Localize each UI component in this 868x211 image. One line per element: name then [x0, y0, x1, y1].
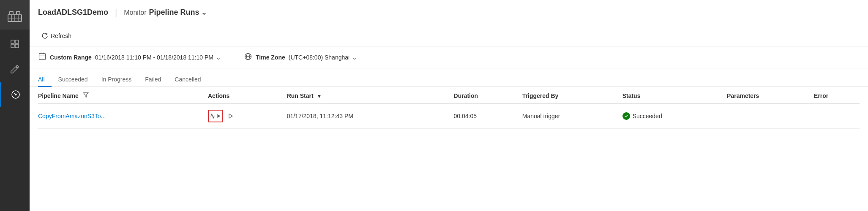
- date-filter: Custom Range 01/16/2018 11:10 PM - 01/18…: [38, 52, 221, 62]
- sidebar-logo: [0, 0, 30, 30]
- status-value: Succeeded: [633, 113, 662, 119]
- pipeline-runs-button[interactable]: Pipeline Runs ⌄: [149, 8, 207, 17]
- svg-rect-10: [15, 44, 19, 48]
- svg-rect-13: [39, 53, 46, 60]
- date-filter-value: 01/16/2018 11:10 PM - 01/18/2018 11:10 P…: [95, 54, 213, 61]
- col-status: Status: [622, 87, 727, 104]
- tab-cancelled[interactable]: Cancelled: [168, 73, 207, 87]
- col-triggered-by-label: Triggered By: [522, 92, 559, 99]
- pipeline-name-filter-icon[interactable]: [83, 93, 89, 99]
- filters-bar: Custom Range 01/16/2018 11:10 PM - 01/18…: [30, 46, 868, 68]
- svg-rect-9: [11, 44, 14, 48]
- toolbar: Refresh: [30, 25, 868, 46]
- svg-marker-20: [83, 93, 88, 97]
- triggered-by-value: Manual trigger: [522, 113, 560, 119]
- svg-marker-21: [218, 114, 221, 118]
- date-filter-label: Custom Range: [50, 54, 92, 61]
- col-run-start-label: Run Start: [287, 92, 314, 99]
- run-start-sort-icon: ▼: [317, 93, 322, 99]
- col-triggered-by: Triggered By: [522, 87, 622, 104]
- actions-cell: [208, 110, 282, 122]
- cell-parameters: [727, 104, 814, 129]
- run-start-value: 01/17/2018, 11:12:43 PM: [287, 113, 353, 119]
- svg-rect-1: [10, 11, 13, 15]
- date-filter-value-button[interactable]: 01/16/2018 11:10 PM - 01/18/2018 11:10 P…: [95, 54, 221, 61]
- status-check-icon: [622, 112, 630, 120]
- breadcrumb: Monitor Pipeline Runs ⌄: [124, 8, 206, 17]
- rerun-action-button[interactable]: [225, 110, 237, 122]
- col-status-label: Status: [622, 92, 641, 99]
- status-badge: Succeeded: [622, 112, 722, 120]
- refresh-button[interactable]: Refresh: [38, 31, 75, 41]
- table-header-row: Pipeline Name Actions Run Start ▼: [38, 87, 860, 104]
- pipeline-runs-table-container: Pipeline Name Actions Run Start ▼: [30, 87, 868, 211]
- timezone-filter: Time Zone (UTC+08:00) Shanghai ⌄: [244, 52, 357, 62]
- pipeline-runs-chevron-icon: ⌄: [201, 8, 207, 16]
- col-duration: Duration: [454, 87, 522, 104]
- header-separator: |: [115, 8, 117, 17]
- sidebar-item-edit[interactable]: [0, 57, 30, 82]
- cell-error: [814, 104, 860, 129]
- cell-status: Succeeded: [622, 104, 727, 129]
- globe-icon: [244, 52, 252, 62]
- col-pipeline-name: Pipeline Name: [38, 87, 208, 104]
- col-duration-label: Duration: [454, 92, 478, 99]
- cell-actions: [208, 104, 287, 129]
- cell-pipeline-name: CopyFromAmazonS3To...: [38, 104, 208, 129]
- svg-point-12: [15, 94, 16, 95]
- activity-icon: [210, 113, 216, 119]
- pipeline-runs-label: Pipeline Runs: [149, 8, 199, 17]
- pencil-icon: [10, 64, 20, 74]
- monitor-action-button[interactable]: [208, 110, 223, 122]
- timezone-label: Time Zone: [256, 54, 285, 61]
- gauge-icon: [11, 89, 21, 100]
- dashboard-icon: [10, 39, 20, 49]
- col-actions-label: Actions: [208, 92, 229, 99]
- cell-triggered-by: Manual trigger: [522, 104, 622, 129]
- col-error: Error: [814, 87, 860, 104]
- factory-icon: [7, 7, 22, 22]
- cell-duration: 00:04:05: [454, 104, 522, 129]
- tab-all[interactable]: All: [38, 73, 52, 87]
- svg-rect-2: [16, 11, 20, 15]
- sidebar: [0, 0, 30, 211]
- timezone-value: (UTC+08:00) Shanghai: [289, 54, 349, 61]
- play-icon: [228, 113, 234, 119]
- col-error-label: Error: [814, 92, 828, 99]
- checkmark-icon: [624, 114, 628, 118]
- col-run-start[interactable]: Run Start ▼: [287, 87, 454, 104]
- duration-value: 00:04:05: [454, 113, 477, 119]
- cell-run-start: 01/17/2018, 11:12:43 PM: [287, 104, 454, 129]
- calendar-icon: [38, 52, 46, 62]
- svg-rect-7: [11, 40, 14, 43]
- col-actions: Actions: [208, 87, 287, 104]
- sidebar-item-dashboard[interactable]: [0, 31, 30, 57]
- refresh-icon: [41, 32, 48, 39]
- table-row: CopyFromAmazonS3To...: [38, 104, 860, 129]
- tab-failed[interactable]: Failed: [138, 73, 168, 87]
- monitor-label: Monitor: [124, 9, 146, 16]
- svg-rect-8: [15, 40, 19, 43]
- status-tabs: All Succeeded In Progress Failed Cancell…: [30, 68, 868, 87]
- sidebar-item-monitor[interactable]: [0, 82, 30, 107]
- timezone-chevron-icon: ⌄: [352, 54, 357, 61]
- timezone-value-button[interactable]: (UTC+08:00) Shanghai ⌄: [289, 54, 357, 61]
- col-parameters: Parameters: [727, 87, 814, 104]
- refresh-label: Refresh: [51, 32, 71, 39]
- date-chevron-icon: ⌄: [216, 54, 221, 61]
- tab-succeeded[interactable]: Succeeded: [52, 73, 95, 87]
- pipeline-runs-table: Pipeline Name Actions Run Start ▼: [38, 87, 860, 129]
- app-title: LoadADLSG1Demo: [38, 8, 108, 17]
- col-pipeline-name-label: Pipeline Name: [38, 92, 79, 99]
- main-content: LoadADLSG1Demo | Monitor Pipeline Runs ⌄…: [30, 0, 868, 211]
- tab-inprogress[interactable]: In Progress: [95, 73, 139, 87]
- svg-marker-22: [229, 114, 232, 119]
- play-icon-small: [216, 114, 221, 119]
- header: LoadADLSG1Demo | Monitor Pipeline Runs ⌄: [30, 0, 868, 25]
- col-parameters-label: Parameters: [727, 92, 759, 99]
- pipeline-name-link[interactable]: CopyFromAmazonS3To...: [38, 113, 106, 119]
